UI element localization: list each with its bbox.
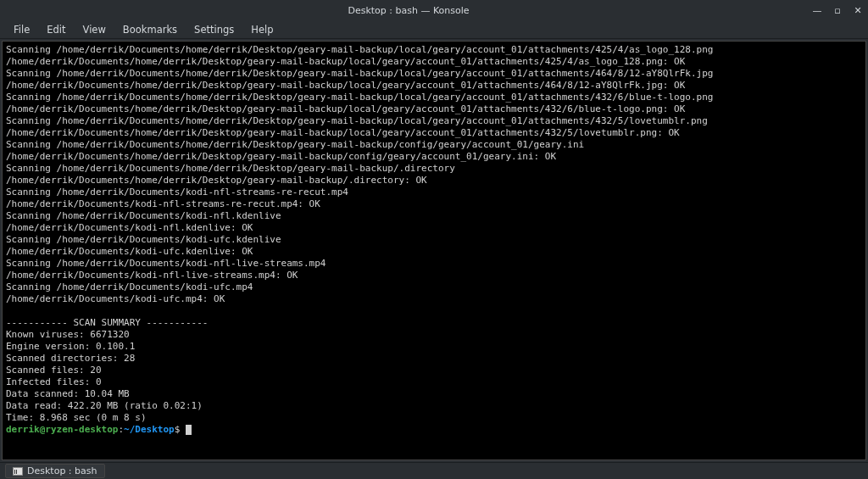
maximize-button[interactable]: ▫	[832, 5, 843, 15]
menu-bookmarks[interactable]: Bookmarks	[116, 22, 184, 37]
menu-help[interactable]: Help	[244, 22, 280, 37]
konsole-window: Desktop : bash — Konsole — ▫ ✕ File Edit…	[0, 0, 868, 479]
menu-edit[interactable]: Edit	[40, 22, 72, 37]
terminal-icon	[13, 467, 23, 476]
minimize-button[interactable]: —	[812, 5, 822, 15]
tabbar: Desktop : bash	[0, 462, 868, 479]
window-controls: — ▫ ✕	[812, 5, 863, 15]
tab-label: Desktop : bash	[27, 465, 97, 476]
close-button[interactable]: ✕	[853, 5, 863, 15]
titlebar[interactable]: Desktop : bash — Konsole — ▫ ✕	[0, 0, 868, 20]
menu-settings[interactable]: Settings	[187, 22, 241, 37]
menu-view[interactable]: View	[76, 22, 113, 37]
menu-file[interactable]: File	[7, 22, 36, 37]
window-title: Desktop : bash — Konsole	[5, 5, 812, 16]
terminal-container: Scanning /home/derrik/Documents/home/der…	[0, 39, 868, 462]
menubar: File Edit View Bookmarks Settings Help	[0, 20, 868, 39]
terminal[interactable]: Scanning /home/derrik/Documents/home/der…	[2, 41, 866, 460]
tab-desktop-bash[interactable]: Desktop : bash	[5, 464, 105, 478]
cursor	[186, 425, 192, 435]
